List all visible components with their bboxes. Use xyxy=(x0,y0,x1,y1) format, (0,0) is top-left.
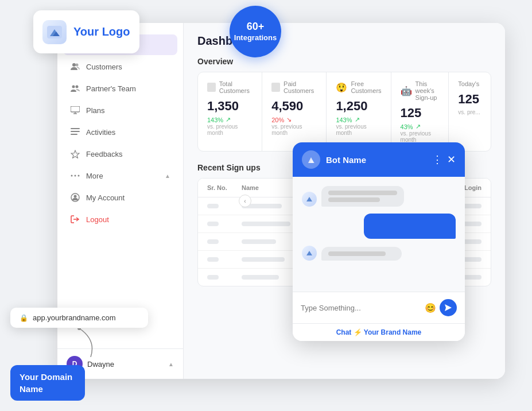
stat-vs-total: vs. previous month xyxy=(207,123,253,136)
stat-vs-paid: vs. previous month xyxy=(271,123,317,136)
stat-card-paid-customers: Paid Customers 4,590 20% ↘ vs. previous … xyxy=(262,72,327,151)
chat-header-actions: ⋮ ✕ xyxy=(432,154,456,165)
stat-change-weekly: 43% ↗ xyxy=(401,123,440,130)
svg-rect-14 xyxy=(71,128,80,129)
svg-rect-16 xyxy=(71,134,77,135)
sidebar-nav: Dashboard Customers xyxy=(57,34,183,348)
stat-label-paid: Paid Customers xyxy=(271,80,317,94)
stat-vs-free: vs. previous month xyxy=(336,123,381,136)
chat-msg-avatar-2 xyxy=(302,246,317,261)
sidebar-item-activities[interactable]: Activities xyxy=(63,122,177,142)
chat-footer: 😊 xyxy=(293,292,465,323)
people-group-icon xyxy=(70,83,80,94)
integrations-badge: 60+ Integrations xyxy=(230,6,281,57)
arrow-down-icon: ↘ xyxy=(286,116,292,123)
chat-footer-icons: 😊 xyxy=(425,299,457,316)
stat-vs-today: vs. pre... xyxy=(458,109,481,115)
logo-text: Your Logo xyxy=(73,25,130,38)
stat-label-total: Total Customers xyxy=(207,80,253,94)
sidebar-item-feedbacks[interactable]: Feedbacks xyxy=(63,144,177,164)
chat-bot-avatar xyxy=(302,150,320,169)
chevron-up-icon-footer: ▲ xyxy=(168,361,174,367)
chat-bot-name: Bot Name xyxy=(326,155,426,165)
lightning-icon: ⚡ xyxy=(354,328,364,336)
people-icon xyxy=(70,61,80,72)
svg-point-18 xyxy=(71,175,73,177)
monitor-icon xyxy=(70,105,80,115)
arrow-up-icon-2: ↗ xyxy=(355,116,360,123)
sidebar-toggle[interactable]: ‹ xyxy=(239,195,251,207)
chat-msg-avatar-1 xyxy=(302,192,317,207)
stat-vs-weekly: vs. previous month xyxy=(401,130,440,143)
emoji-picker-icon[interactable]: 😊 xyxy=(425,303,436,313)
domain-url-box: 🔒 app.yourbrandname.com xyxy=(10,308,148,328)
arrow-up-icon-3: ↗ xyxy=(415,123,421,130)
chat-widget: Bot Name ⋮ ✕ xyxy=(293,142,465,341)
list-icon xyxy=(70,127,80,137)
sidebar-item-partners-team[interactable]: Partner's Team xyxy=(63,78,177,99)
chat-bubble-sent xyxy=(364,214,456,239)
svg-point-7 xyxy=(72,63,76,67)
svg-rect-15 xyxy=(71,131,80,132)
sidebar-item-customers[interactable]: Customers xyxy=(63,56,177,77)
sidebar-item-plans[interactable]: Plans xyxy=(63,100,177,121)
connector-svg xyxy=(73,328,108,357)
chat-close-icon[interactable]: ✕ xyxy=(447,154,456,165)
svg-marker-27 xyxy=(306,197,312,201)
svg-point-10 xyxy=(76,86,79,88)
chat-branding: Chat ⚡ Your Brand Name xyxy=(293,323,465,341)
sidebar-item-label-more: More xyxy=(86,172,103,180)
stat-value-total: 1,350 xyxy=(207,99,253,114)
th-srno: Sr. No. xyxy=(207,184,242,191)
svg-marker-28 xyxy=(306,251,312,255)
domain-url: app.yourbrandname.com xyxy=(33,313,116,322)
logo-icon xyxy=(42,20,67,44)
send-button[interactable] xyxy=(440,299,457,316)
sidebar-item-label-logout: Logout xyxy=(86,215,109,224)
svg-rect-11 xyxy=(71,106,80,112)
sidebar-item-label-plans: Plans xyxy=(86,106,105,115)
svg-marker-29 xyxy=(445,304,452,311)
chat-body xyxy=(293,177,465,292)
sidebar-item-logout[interactable]: Logout xyxy=(63,209,177,230)
sidebar-item-label-activities: Activities xyxy=(86,128,115,137)
stat-label-today: Today's xyxy=(458,80,481,87)
chat-message-received-2 xyxy=(302,246,456,261)
emoji-face-icon: 🤖 xyxy=(401,86,412,96)
stat-value-weekly: 125 xyxy=(401,106,440,121)
stat-label-weekly: 🤖 This week's Sign-up xyxy=(401,80,440,101)
sidebar-item-label-partners: Partner's Team xyxy=(86,84,136,93)
sidebar-item-my-account[interactable]: My Account xyxy=(63,187,177,208)
domain-callout: 🔒 app.yourbrandname.com Your Domain Name xyxy=(10,308,148,328)
stat-card-today: Today's 125 vs. pre... xyxy=(449,72,491,151)
chat-bubble-received-2 xyxy=(321,247,402,261)
stat-value-today: 125 xyxy=(458,92,481,107)
stat-card-total-customers: Total Customers 1,350 143% ↗ vs. previou… xyxy=(198,72,262,151)
stat-change-total: 143% ↗ xyxy=(207,116,253,123)
svg-point-20 xyxy=(78,175,80,177)
svg-point-19 xyxy=(75,175,76,177)
chat-input[interactable] xyxy=(301,304,420,312)
sidebar-item-more[interactable]: More ▲ xyxy=(63,165,177,186)
stats-row: Total Customers 1,350 143% ↗ vs. previou… xyxy=(197,72,491,152)
chat-bubble-received-1 xyxy=(321,186,404,207)
user-name: Dwayne xyxy=(87,360,114,369)
svg-point-8 xyxy=(76,64,79,67)
stat-label-free: 😲 Free Customers xyxy=(336,80,381,94)
stat-value-paid: 4,590 xyxy=(271,99,317,114)
chat-message-sent xyxy=(302,214,456,239)
chat-more-icon[interactable]: ⋮ xyxy=(432,154,442,165)
domain-label-box: Your Domain Name xyxy=(10,365,85,401)
stat-value-free: 1,250 xyxy=(336,99,381,114)
overview-label: Overview xyxy=(197,57,491,66)
box-icon-1 xyxy=(207,83,216,92)
chat-header: Bot Name ⋮ ✕ xyxy=(293,142,465,177)
box-icon-2 xyxy=(271,83,280,92)
sidebar-item-label-customers: Customers xyxy=(86,63,122,71)
stat-card-free-customers: 😲 Free Customers 1,250 143% ↗ vs. previo… xyxy=(327,72,391,151)
arrow-up-icon: ↗ xyxy=(226,116,231,123)
stat-change-paid: 20% ↘ xyxy=(271,116,317,123)
chat-message-received-1 xyxy=(302,186,456,207)
logout-icon xyxy=(70,214,80,224)
person-circle-icon xyxy=(70,192,80,203)
